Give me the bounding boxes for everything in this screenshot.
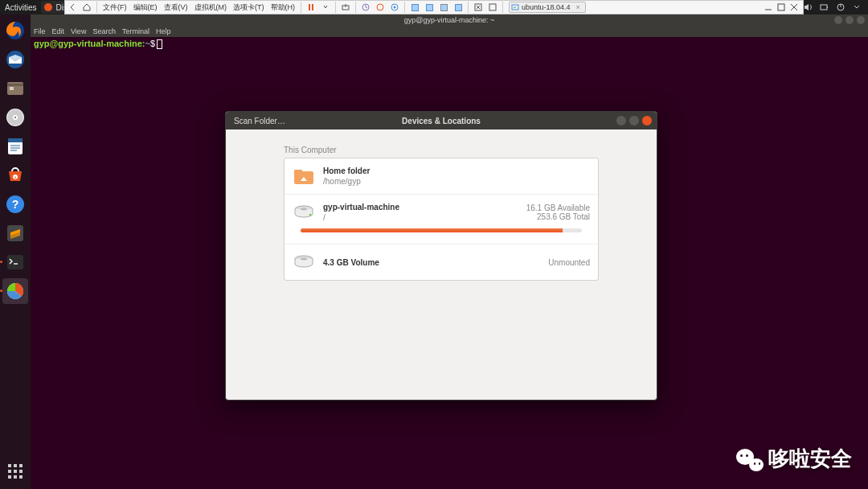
watermark: 哆啦安全 [736, 445, 852, 473]
terminal-close-icon[interactable] [857, 16, 865, 24]
svg-rect-7 [309, 4, 310, 10]
svg-rect-42 [294, 170, 302, 173]
home-folder-icon [293, 165, 315, 187]
device-row-volume[interactable]: 4.3 GB Volume Unmounted [285, 244, 598, 280]
vm-back-icon[interactable] [67, 2, 78, 13]
vm-menu-file[interactable]: 文件(F) [103, 2, 127, 13]
dialog-title: Devices & Locations [402, 117, 481, 125]
device-row-root[interactable]: gyp-virtual-machine / 16.1 GB Available … [285, 195, 598, 244]
svg-rect-8 [312, 4, 313, 10]
terminal-titlebar[interactable]: gyp@gyp-virtual-machine: ~ [31, 14, 868, 26]
dock-help[interactable]: ? [2, 191, 28, 217]
vm-view1-icon[interactable] [473, 2, 484, 13]
dock-disk-usage[interactable] [2, 278, 28, 304]
prompt-user: gyp@gyp-virtual-machine [34, 39, 142, 48]
vm-max-icon[interactable] [777, 3, 785, 11]
vm-host-toolbar: 文件(F) 编辑(E) 查看(V) 虚拟机(M) 选项卡(T) 帮助(H) ub… [64, 0, 804, 14]
vm-pause-icon[interactable] [305, 2, 317, 13]
svg-rect-18 [778, 4, 784, 10]
terminal-menu-edit[interactable]: Edit [52, 27, 65, 35]
terminal-max-icon[interactable] [845, 16, 854, 24]
dock-firefox[interactable] [2, 18, 28, 43]
terminal-menubar: File Edit View Search Terminal Help [31, 26, 868, 37]
vm-menu-help[interactable]: 帮助(H) [271, 2, 296, 13]
watermark-text: 哆啦安全 [768, 445, 852, 473]
dock-thunderbird[interactable] [2, 47, 28, 72]
dialog-close-icon[interactable] [642, 116, 652, 125]
dock-software[interactable]: A [2, 162, 28, 188]
terminal-min-icon[interactable] [834, 16, 842, 24]
power-icon[interactable] [836, 2, 845, 12]
svg-rect-43 [302, 179, 305, 181]
dock: A ? [0, 14, 31, 489]
vm-menu-tabs[interactable]: 选项卡(T) [233, 2, 264, 13]
vm-stretch-icon[interactable] [424, 2, 435, 13]
vm-menu-vm[interactable]: 虚拟机(M) [194, 2, 227, 13]
vm-fit-icon[interactable] [409, 2, 420, 13]
volume-icon[interactable] [804, 2, 813, 12]
vm-menu-view[interactable]: 查看(V) [164, 2, 188, 13]
vm-menu-edit[interactable]: 编辑(E) [133, 2, 158, 13]
svg-rect-15 [489, 4, 496, 10]
dock-terminal[interactable] [2, 249, 28, 275]
vm-tab[interactable]: ubuntu-18.04.4 × [509, 2, 586, 13]
dialog-titlebar[interactable]: Scan Folder… Devices & Locations [226, 112, 657, 129]
terminal-cursor [157, 39, 162, 49]
vm-manage-icon[interactable] [389, 2, 400, 13]
device-name: 4.3 GB Volume [323, 257, 548, 268]
activities-button[interactable]: Activities [5, 3, 36, 12]
dialog-max-icon[interactable] [629, 116, 639, 125]
device-path: /home/gyp [323, 176, 590, 187]
svg-point-13 [394, 6, 396, 9]
dialog-min-icon[interactable] [616, 116, 626, 125]
vm-close-icon[interactable] [790, 3, 798, 11]
terminal-body[interactable]: gyp@gyp-virtual-machine:~$ [31, 37, 868, 51]
svg-rect-22 [7, 84, 23, 86]
device-status: Unmounted [548, 258, 590, 267]
svg-rect-3 [821, 5, 827, 10]
vm-tab-icon [511, 3, 519, 11]
vm-tab-close[interactable]: × [576, 3, 580, 11]
device-total: 253.6 GB Total [526, 212, 590, 221]
disk-usage-icon [44, 3, 52, 11]
svg-text:?: ? [12, 198, 19, 211]
terminal-menu-view[interactable]: View [71, 27, 86, 35]
svg-point-46 [309, 214, 311, 216]
battery-icon[interactable] [820, 2, 829, 12]
vm-fullscreen-icon[interactable] [438, 2, 449, 13]
vm-snapshot2-icon[interactable] [375, 2, 386, 13]
hdd-icon [293, 251, 315, 273]
svg-rect-4 [827, 6, 828, 8]
dock-writer[interactable] [2, 134, 28, 159]
svg-rect-23 [10, 87, 14, 90]
device-path: / [323, 212, 526, 223]
vm-min-icon[interactable] [764, 3, 772, 11]
vm-view2-icon[interactable] [487, 2, 498, 13]
hdd-icon [293, 201, 315, 224]
dock-rhythmbox[interactable] [2, 105, 28, 130]
caret-down-icon[interactable] [852, 2, 862, 12]
svg-point-48 [301, 258, 307, 261]
disk-analyzer-window: Scan Folder… Devices & Locations This Co… [225, 111, 657, 401]
device-list: Home folder /home/gyp gyp-virtual-machin… [284, 158, 599, 281]
terminal-menu-terminal[interactable]: Terminal [122, 27, 149, 35]
dock-sublime[interactable] [2, 220, 28, 246]
terminal-menu-file[interactable]: File [34, 27, 46, 35]
device-row-home[interactable]: Home folder /home/gyp [285, 158, 598, 195]
vm-caret-icon[interactable] [320, 2, 331, 13]
vm-snapshot-icon[interactable] [360, 2, 371, 13]
vm-tab-label: ubuntu-18.04.4 [522, 3, 571, 11]
vm-send-icon[interactable] [340, 2, 351, 13]
terminal-title: gyp@gyp-virtual-machine: ~ [404, 16, 494, 24]
terminal-menu-help[interactable]: Help [156, 27, 171, 35]
vm-unity-icon[interactable] [452, 2, 464, 13]
usage-bar [301, 228, 582, 232]
svg-rect-29 [8, 138, 23, 142]
show-applications-button[interactable] [2, 458, 28, 484]
device-available: 16.1 GB Available [526, 203, 590, 212]
vm-home-icon[interactable] [81, 2, 92, 13]
terminal-menu-search[interactable]: Search [92, 27, 116, 35]
svg-point-11 [377, 4, 383, 10]
dock-files[interactable] [2, 76, 28, 101]
scan-folder-button[interactable]: Scan Folder… [226, 117, 285, 125]
